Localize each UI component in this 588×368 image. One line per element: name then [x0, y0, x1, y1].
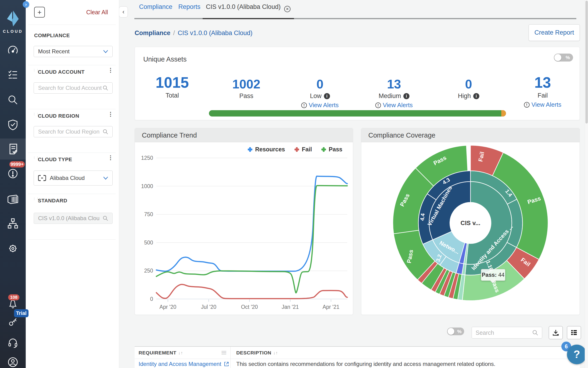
col-description[interactable]: DESCRIPTION↓↑ [236, 350, 278, 356]
search-icon [103, 129, 108, 135]
table-row: Identity and Access Management This sect… [135, 359, 580, 368]
table-search-input[interactable]: Search [472, 327, 542, 339]
compliance-doc-icon [7, 143, 19, 155]
breadcrumb-root[interactable]: Compliance [135, 29, 170, 37]
drag-handle-icon[interactable]: ⋮⋮ [33, 69, 36, 74]
drag-handle-icon[interactable]: ⋮⋮ [33, 113, 36, 118]
view-alerts-link[interactable]: !View Alerts [282, 101, 357, 109]
sunburst-center-label: CIS v... [461, 220, 481, 226]
coverage-card-header: Compliance Coverage [361, 128, 579, 142]
tab-cis-active[interactable]: CIS v1.0.0 (Alibaba Cloud) [206, 3, 281, 10]
stat-label: Low i [282, 92, 357, 100]
sort-icons[interactable]: ↓↑ [176, 350, 183, 355]
table-header-row: REQUIREMENT↓↑ ────── DESCRIPTION↓↑ [135, 347, 580, 359]
stat-medium: 13Medium i!View Alerts [357, 77, 431, 109]
notifications-count-badge: 108 [8, 294, 19, 300]
stat-label: Medium i [357, 92, 431, 100]
percent-toggle[interactable]: % [554, 54, 573, 62]
unique-assets-title: Unique Assets [143, 55, 186, 63]
drag-handle-icon[interactable]: ⋮⋮ [33, 157, 36, 162]
column-menu-icon[interactable]: ────── [221, 350, 227, 355]
divider [28, 25, 116, 25]
table-percent-toggle[interactable]: % [447, 328, 464, 335]
requirement-link[interactable]: Identity and Access Management [139, 361, 229, 367]
y-tick-label: 250 [144, 268, 153, 274]
external-link-icon [224, 361, 229, 367]
help-button[interactable]: ? [567, 345, 587, 364]
view-alerts-link[interactable]: !View Alerts [357, 101, 431, 109]
pass-fail-progress-bar [209, 110, 506, 117]
download-button[interactable] [549, 326, 563, 339]
requirement-description: This section contains recommendations fo… [236, 361, 495, 367]
x-tick-label: Oct '20 [241, 304, 258, 310]
shield-icon[interactable] [0, 118, 26, 132]
search-nav-icon[interactable] [0, 93, 26, 107]
cloud-account-menu-icon[interactable]: ⋮ [108, 69, 110, 71]
download-icon [552, 329, 559, 336]
license-key-icon[interactable] [0, 315, 26, 329]
divider [28, 65, 116, 65]
scrollbar-thumb[interactable] [585, 1, 588, 124]
policies-icon[interactable] [0, 67, 26, 82]
stat-fail: 13Fail!View Alerts [505, 75, 580, 108]
alerts-icon[interactable] [0, 166, 26, 181]
x-tick-label: Jan '21 [282, 304, 299, 310]
support-headset-icon[interactable] [0, 336, 26, 350]
cloud-region-search[interactable]: Search for Cloud Region [34, 126, 113, 137]
create-report-button[interactable]: Create Report [529, 24, 580, 41]
tab-reports[interactable]: Reports [178, 3, 201, 10]
tab-close-icon[interactable]: ✕ [284, 6, 290, 12]
cloud-account-search[interactable]: Search for Cloud Account [34, 82, 113, 93]
scrollbar[interactable] [585, 0, 588, 368]
standard-search[interactable]: CIS v1.0.0 (Alibaba Clou [34, 213, 113, 224]
alert-icon: ! [524, 102, 530, 108]
compliance-coverage-card: Compliance Coverage Identity and Access … [361, 128, 580, 315]
stat-value: 0 [282, 77, 357, 91]
app-logo[interactable] [0, 9, 26, 28]
stat-high: 0High i [431, 77, 506, 100]
x-tick-label: Jul '20 [201, 304, 216, 310]
stat-value: 13 [357, 77, 431, 91]
trend-chart: 025050075010001250Apr '20Jul '20Oct '20J… [135, 142, 353, 315]
standard-title: STANDARD [38, 198, 67, 204]
sunburst-tooltip: Pass: 44 [481, 269, 505, 281]
drag-handle-icon[interactable]: ⋮⋮ [33, 198, 36, 203]
stat-total: 1015Total [135, 75, 210, 99]
alert-icon: ! [301, 102, 307, 108]
alert-icon: ! [375, 102, 381, 108]
search-icon [532, 330, 538, 336]
containers-icon[interactable] [0, 192, 26, 206]
sort-icons[interactable]: ↓↑ [271, 350, 278, 355]
table-view-button[interactable] [567, 326, 581, 339]
toggle-percent-label: % [566, 55, 570, 60]
breadcrumb-current[interactable]: CIS v1.0.0 (Alibaba Cloud) [178, 29, 253, 37]
add-filter-button[interactable]: + [34, 7, 45, 18]
divider [28, 109, 116, 109]
collapse-panel-button[interactable]: ‹ [119, 6, 128, 18]
sunburst-label: 4.4 [419, 213, 426, 221]
recency-select[interactable]: Most Recent [34, 46, 113, 57]
unique-assets-card: Unique Assets % 1015Total1002Pass0Low i!… [135, 47, 580, 120]
dashboard-icon[interactable] [0, 43, 26, 57]
tabstrip-active-indicator [203, 18, 294, 19]
sidebar-expand-badge[interactable]: › [23, 1, 29, 8]
settings-gear-icon[interactable] [0, 241, 26, 256]
compliance-nav-active[interactable] [0, 138, 26, 160]
stat-label: High i [431, 92, 506, 100]
icon-sidebar: CLOUD 9999+ [0, 0, 26, 368]
profile-icon[interactable] [0, 356, 26, 368]
info-icon[interactable]: i [403, 93, 409, 99]
toggle-knob [554, 54, 561, 61]
info-icon[interactable]: i [324, 93, 330, 99]
y-tick-label: 750 [144, 211, 153, 217]
cloud-region-menu-icon[interactable]: ⋮ [108, 113, 110, 115]
info-icon[interactable]: i [473, 93, 479, 99]
view-alerts-link[interactable]: !View Alerts [505, 101, 580, 108]
col-requirement[interactable]: REQUIREMENT↓↑ [139, 350, 183, 356]
cloud-type-select[interactable]: Alibaba Cloud [34, 171, 113, 185]
tooltip-label: Pass: [482, 272, 497, 278]
clear-all-button[interactable]: Clear All [86, 9, 108, 16]
tab-compliance[interactable]: Compliance [139, 3, 173, 10]
network-icon[interactable] [0, 216, 26, 230]
cloud-type-menu-icon[interactable]: ⋮ [108, 156, 110, 159]
